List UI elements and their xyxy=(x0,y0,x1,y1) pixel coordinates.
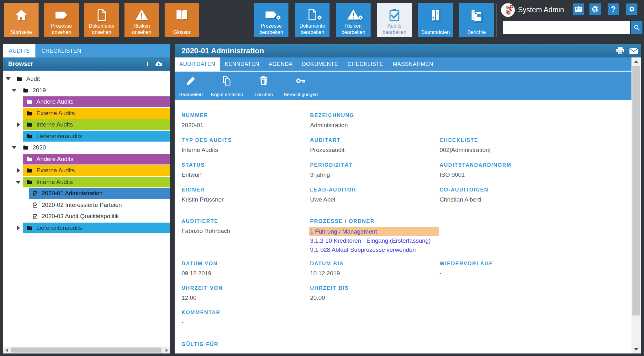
expand-caret-icon[interactable] xyxy=(17,122,20,127)
language-button[interactable] xyxy=(589,3,601,15)
scroll-up-arrow-icon[interactable] xyxy=(634,60,638,63)
collapse-caret-icon[interactable] xyxy=(16,181,21,184)
tab-dokumente[interactable]: DOKUMENTE xyxy=(297,57,343,71)
toolbar-label: Bearbeiten xyxy=(175,92,207,97)
nav-tile-dokumente-ansehen[interactable]: Dokumente ansehen xyxy=(84,3,119,37)
nav-tile-risiken-ansehen[interactable]: Risiken ansehen xyxy=(124,3,159,37)
tab-label: KENNDATEN xyxy=(225,61,259,67)
audit-detail-form: NUMMER 2020-01 BEZEICHNUNG Administratio… xyxy=(175,100,631,353)
help-icon: ? xyxy=(611,5,615,14)
nav-tile-glossar[interactable]: Glossar xyxy=(165,3,199,37)
tree-item-externe-audits-2019[interactable]: Externe Audits xyxy=(3,108,170,119)
tree-item-interne-audits-2020[interactable]: Interne Audits xyxy=(3,177,170,187)
scrollbar-thumb[interactable] xyxy=(11,348,161,353)
field-wiedervorlage: WIEDERVORLAGE - xyxy=(440,261,567,277)
detail-tabbar: AUDITDATEN KENNDATEN AGENDA DOKUMENTE CH… xyxy=(175,57,631,72)
field-gueltig-fuer: GÜLTIG FÜR - xyxy=(182,341,309,353)
sidebar-horizontal-scrollbar[interactable] xyxy=(3,347,170,353)
browser-header: Browser + xyxy=(3,57,170,71)
scroll-down-arrow-icon[interactable] xyxy=(634,348,638,351)
kopie-erstellen-button[interactable]: Kopie erstellen xyxy=(207,72,247,100)
nav-tile-label: Dokumente ansehen xyxy=(85,23,118,35)
tree-item-interne-audits-2019[interactable]: Interne Audits xyxy=(3,119,170,130)
expand-caret-icon[interactable] xyxy=(17,225,20,230)
add-button[interactable]: + xyxy=(143,59,152,68)
settings-button[interactable] xyxy=(626,3,637,15)
tree-label: 2020-01 Administration xyxy=(42,190,103,197)
process-tag-icon xyxy=(54,8,69,23)
loeschen-button[interactable]: Löschen xyxy=(247,72,280,100)
tree-item-2019[interactable]: 2019 xyxy=(3,85,170,96)
nav-tile-dokumente-bearbeiten[interactable]: Dokumente bearbeiten xyxy=(295,3,330,37)
tree-label: Interne Audits xyxy=(36,179,73,186)
toolbar-label: Kopie erstellen xyxy=(207,92,247,97)
main-vertical-scrollbar[interactable] xyxy=(631,57,641,353)
tree-item-lieferantenaudits-2019[interactable]: Lieferantenaudits xyxy=(3,131,170,142)
avatar[interactable] xyxy=(501,3,515,17)
nav-tile-prozesse-bearbeiten[interactable]: Prozesse bearbeiten xyxy=(254,3,288,37)
search-input[interactable] xyxy=(503,21,630,34)
field-uhrzeit-bis: UHRZEIT BIS 20:00 xyxy=(310,285,437,301)
field-datum-bis: DATUM BIS 10.12.2019 xyxy=(310,261,437,277)
audit-clipboard-check-icon xyxy=(387,8,402,23)
gear-icon xyxy=(275,14,282,21)
tree-item-lieferantenaudits-2020[interactable]: Lieferantenaudits xyxy=(3,223,170,233)
collapse-caret-icon[interactable] xyxy=(12,89,17,92)
nav-tile-risiken-bearbeiten[interactable]: Risiken bearbeiten xyxy=(336,3,371,37)
tree-item-andere-audits-2020[interactable]: Andere Audits xyxy=(3,154,170,165)
search-button[interactable] xyxy=(631,21,642,34)
tree-label: Interne Audits xyxy=(36,121,73,128)
scroll-right-arrow-icon[interactable] xyxy=(166,348,168,352)
tree-item-audit[interactable]: Audit xyxy=(3,73,170,84)
field-value: 09.12.2019 xyxy=(182,270,309,277)
tab-audits[interactable]: AUDITS xyxy=(3,44,35,57)
field-eigner: EIGNER Kristin Prüssner xyxy=(182,187,309,203)
tree-item-2020[interactable]: 2020 xyxy=(3,142,170,153)
collapse-caret-icon[interactable] xyxy=(12,146,17,149)
tab-agenda[interactable]: AGENDA xyxy=(264,57,297,71)
tab-label: CHECKLISTE xyxy=(347,61,383,67)
tree-item-audit-2020-03[interactable]: 2020-03 Audit Qualitätspolitik xyxy=(3,211,170,222)
tree-label: Audit xyxy=(26,75,40,82)
tab-kenndaten[interactable]: KENNDATEN xyxy=(220,57,264,71)
help-button[interactable]: ? xyxy=(608,3,619,15)
berechtigungen-button[interactable]: Berechtigungen xyxy=(280,72,321,100)
cloud-download-button[interactable] xyxy=(154,60,163,68)
process-link[interactable]: 1 Führung / Management xyxy=(310,228,377,235)
id-badge-button[interactable] xyxy=(573,3,584,15)
tree-item-audit-2020-01[interactable]: 2020-01 Administration xyxy=(3,188,170,199)
process-link[interactable]: 3.1.2-10 Kreditoren - Eingang (Ersterfas… xyxy=(310,237,430,244)
tab-checklisten[interactable]: CHECKLISTEN xyxy=(36,44,87,57)
tab-checkliste[interactable]: CHECKLISTE xyxy=(343,57,388,71)
scroll-left-arrow-icon[interactable] xyxy=(5,348,8,352)
print-button[interactable] xyxy=(615,45,626,57)
field-co-auditoren: CO-AUDITOR/EN Christian Alberti xyxy=(440,187,567,203)
tab-auditdaten[interactable]: AUDITDATEN xyxy=(175,57,220,71)
tab-label: CHECKLISTEN xyxy=(41,48,81,54)
field-label: CHECKLISTE xyxy=(440,137,567,143)
tree-label: 2020-03 Audit Qualitätspolitik xyxy=(42,213,119,220)
mail-button[interactable] xyxy=(628,45,639,57)
expand-caret-icon[interactable] xyxy=(17,168,20,173)
nav-tile-label: Risiken bearbeiten xyxy=(337,23,370,35)
tab-massnahmen[interactable]: MASSNAHMEN xyxy=(388,57,438,71)
scrollbar-thumb[interactable] xyxy=(632,66,640,316)
sidebar: AUDITS CHECKLISTEN Browser + Audit xyxy=(3,44,170,353)
nav-tile-audits-bearbeiten[interactable]: Audits bearbeiten xyxy=(377,3,412,37)
tree-item-andere-audits-2019[interactable]: Andere Audits xyxy=(3,96,170,107)
gear-icon xyxy=(357,14,364,21)
collapse-caret-icon[interactable] xyxy=(6,77,11,80)
nav-tile-startseite[interactable]: Startseite xyxy=(4,3,39,37)
nav-tile-label: Dokumente bearbeiten xyxy=(296,23,329,35)
nav-tile-berichte[interactable]: Berichte xyxy=(459,3,494,37)
field-datum-von: DATUM VON 09.12.2019 xyxy=(182,261,309,277)
folder-icon xyxy=(16,76,23,82)
tree-item-externe-audits-2020[interactable]: Externe Audits xyxy=(3,165,170,176)
nav-tile-prozesse-ansehen[interactable]: Prozesse ansehen xyxy=(44,3,79,37)
process-link[interactable]: 9.1-028 Ablauf Subprozesse verwenden xyxy=(310,246,416,253)
bearbeiten-button[interactable]: Bearbeiten xyxy=(175,72,207,100)
tree-item-audit-2020-02[interactable]: 2020-02 Interessierte Parteien xyxy=(3,200,170,210)
field-value: ISO 9001 xyxy=(440,171,567,178)
nav-tile-stammdaten[interactable]: Stammdaten xyxy=(418,3,453,37)
user-name: System Admin xyxy=(518,6,564,14)
